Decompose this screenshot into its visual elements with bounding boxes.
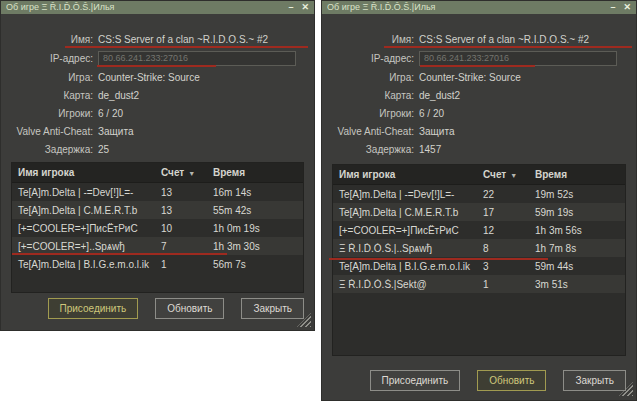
player-score: 13 <box>161 205 213 216</box>
players-value: 6 / 20 <box>98 108 123 119</box>
player-score: 22 <box>483 189 535 200</box>
player-time: 56m 7s <box>213 259 303 270</box>
refresh-button[interactable]: Обновить <box>477 370 546 391</box>
field-label: IP-адрес: <box>322 53 414 64</box>
header-player-name[interactable]: Имя игрока <box>333 169 483 180</box>
table-row[interactable]: Te[A]m.Delta | B.I.G.e.m.o.l.ik 1 56m 7s <box>12 255 303 273</box>
server-fields: Имя: CS:S Server of a clan ~R.I.D.O.S.~ … <box>1 30 314 158</box>
server-name-value: CS:S Server of a clan ~R.I.D.O.S.~ #2 <box>98 34 268 45</box>
player-time: 1h 0m 19s <box>213 223 303 234</box>
player-score: 3 <box>483 261 535 272</box>
field-map: Карта: de_dust2 <box>322 86 636 104</box>
minimize-icon[interactable]: – <box>288 1 293 14</box>
annotation-underline-ip <box>420 65 535 67</box>
header-score[interactable]: Счет▼ <box>161 167 213 178</box>
field-label: Имя: <box>322 34 414 45</box>
table-row[interactable]: Te[A]m.Delta | C.M.E.R.T.b 13 55m 42s <box>12 201 303 219</box>
field-players: Игроки: 6 / 20 <box>1 104 314 122</box>
annotation-underline-server-name <box>384 46 632 48</box>
player-name: Te[A]m.Delta | C.M.E.R.T.b <box>333 207 483 218</box>
vac-value: Защита <box>98 126 133 137</box>
player-time: 1h 3m 56s <box>535 225 625 236</box>
header-time[interactable]: Время <box>213 167 303 178</box>
player-name: [+=COOLER=+]ПисЁтРиС <box>333 225 483 236</box>
header-score[interactable]: Счет▼ <box>483 169 535 180</box>
ip-address-input[interactable] <box>419 51 617 66</box>
refresh-button[interactable]: Обновить <box>155 298 224 319</box>
header-player-name[interactable]: Имя игрока <box>12 167 161 178</box>
player-score: 12 <box>483 225 535 236</box>
player-name: [+=COOLER=+]ПисЁтРиС <box>12 223 161 234</box>
field-label: Игра: <box>322 72 414 83</box>
button-row: Присоединить Обновить Закрыть <box>48 298 304 319</box>
player-name: Te[A]m.Delta | C.M.E.R.T.b <box>12 205 161 216</box>
game-value: Counter-Strike: Source <box>419 72 521 83</box>
server-name-value: CS:S Server of a clan ~R.I.D.O.S.~ #2 <box>419 34 589 45</box>
minimize-icon[interactable]: – <box>610 1 615 14</box>
join-button[interactable]: Присоединить <box>370 370 461 391</box>
close-button[interactable]: Закрыть <box>241 298 304 319</box>
annotation-underline-ip <box>97 65 216 67</box>
player-name: Te[A]m.Delta | -=Dev[!]L=- <box>333 189 483 200</box>
close-icon[interactable]: ✕ <box>623 1 631 14</box>
player-time: 55m 42s <box>213 205 303 216</box>
sort-desc-icon: ▼ <box>510 172 517 179</box>
field-latency: Задержка: 25 <box>1 140 314 158</box>
field-label: Карта: <box>322 90 414 101</box>
player-time: 19m 52s <box>535 189 625 200</box>
table-row[interactable]: Te[A]m.Delta | C.M.E.R.T.b 17 59m 19s <box>333 203 625 221</box>
player-name: Te[A]m.Delta | -=Dev[!]L=- <box>12 187 161 198</box>
titlebar[interactable]: Об игре Ξ Ř.I.Ď.Ǒ.Š.|Илья – ✕ <box>322 1 636 14</box>
table-body: Te[A]m.Delta | -=Dev[!]L=- 22 19m 52s Te… <box>333 185 625 293</box>
player-score: 17 <box>483 207 535 218</box>
annotation-underline-player-row <box>12 253 227 255</box>
table-row[interactable]: [+=COOLER=+]ПисЁтРиС 10 1h 0m 19s <box>12 219 303 237</box>
table-row[interactable]: Ξ Ř.I.Ď.Ǒ.Š.|..Ѕрѧwђ 8 1h 7m 8s <box>333 239 625 257</box>
annotation-underline-server-name <box>65 46 308 48</box>
field-players: Игроки: 6 / 20 <box>322 104 636 122</box>
field-label: Игра: <box>1 72 93 83</box>
player-time: 1h 7m 8s <box>535 243 625 254</box>
table-row[interactable]: Ξ Ř.I.Ď.Ǒ.Š.|Sekt@ 1 3m 51s <box>333 275 625 293</box>
button-row: Присоединить Обновить Закрыть <box>370 370 626 391</box>
players-value: 6 / 20 <box>419 108 444 119</box>
table-row[interactable]: Te[A]m.Delta | -=Dev[!]L=- 22 19m 52s <box>333 185 625 203</box>
field-label: Valve Anti-Cheat: <box>1 126 93 137</box>
players-table: Имя игрока Счет▼ Время Te[A]m.Delta | -=… <box>11 162 304 293</box>
field-vac: Valve Anti-Cheat: Защита <box>322 122 636 140</box>
field-latency: Задержка: 1457 <box>322 140 636 158</box>
player-name: Ξ Ř.I.Ď.Ǒ.Š.|..Ѕрѧwђ <box>333 243 483 254</box>
field-map: Карта: de_dust2 <box>1 86 314 104</box>
players-table: Имя игрока Счет▼ Время Te[A]m.Delta | -=… <box>332 164 626 356</box>
titlebar[interactable]: Об игре Ξ Ř.I.Ď.Ǒ.Š.|Илья – ✕ <box>1 1 314 14</box>
close-icon[interactable]: ✕ <box>301 1 309 14</box>
player-score: 13 <box>161 187 213 198</box>
server-info-window-left: Об игре Ξ Ř.I.Ď.Ǒ.Š.|Илья – ✕ Имя: CS:S … <box>0 0 315 331</box>
map-value: de_dust2 <box>419 90 460 101</box>
player-name: [+=COOLER=+]..Ѕрѧwђ <box>12 241 161 252</box>
field-label: Valve Anti-Cheat: <box>322 126 414 137</box>
table-row[interactable]: [+=COOLER=+]ПисЁтРиС 12 1h 3m 56s <box>333 221 625 239</box>
field-label: Задержка: <box>1 144 93 155</box>
table-row[interactable]: Te[A]m.Delta | -=Dev[!]L=- 13 16m 14s <box>12 183 303 201</box>
server-fields: Имя: CS:S Server of a clan ~R.I.D.O.S.~ … <box>322 30 636 158</box>
close-button[interactable]: Закрыть <box>563 370 626 391</box>
table-body: Te[A]m.Delta | -=Dev[!]L=- 13 16m 14s Te… <box>12 183 303 273</box>
player-time: 3m 51s <box>535 279 625 290</box>
annotation-underline-player-row <box>329 258 548 260</box>
player-time: 59m 19s <box>535 207 625 218</box>
map-value: de_dust2 <box>98 90 139 101</box>
field-label: Игроки: <box>1 108 93 119</box>
game-value: Counter-Strike: Source <box>98 72 200 83</box>
join-button[interactable]: Присоединить <box>48 298 139 319</box>
player-score: 8 <box>483 243 535 254</box>
field-label: Задержка: <box>322 144 414 155</box>
field-game: Игра: Counter-Strike: Source <box>322 68 636 86</box>
server-info-window-right: Об игре Ξ Ř.I.Ď.Ǒ.Š.|Илья – ✕ Имя: CS:S … <box>321 0 637 401</box>
ip-address-input[interactable] <box>98 51 296 66</box>
field-label: IP-адрес: <box>1 53 93 64</box>
player-name: Te[A]m.Delta | B.I.G.e.m.o.l.ik <box>333 261 483 272</box>
player-time: 16m 14s <box>213 187 303 198</box>
window-title: Об игре Ξ Ř.I.Ď.Ǒ.Š.|Илья <box>327 1 602 14</box>
header-time[interactable]: Время <box>535 169 625 180</box>
